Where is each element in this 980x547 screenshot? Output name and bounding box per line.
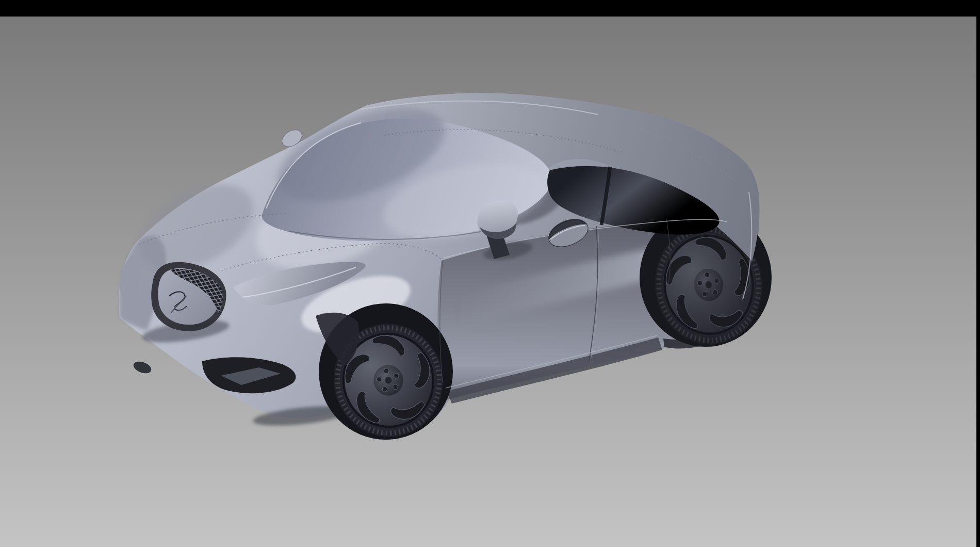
bumper-intake-left <box>132 359 153 375</box>
car-render-canvas[interactable] <box>0 17 976 547</box>
letterbox-top-bar <box>0 0 980 17</box>
letterbox-right-bar <box>976 0 980 547</box>
render-viewport[interactable] <box>0 17 976 547</box>
application-window: { "window": { "kind": "3d-cad-render-vie… <box>0 0 980 547</box>
car-model <box>119 89 772 447</box>
